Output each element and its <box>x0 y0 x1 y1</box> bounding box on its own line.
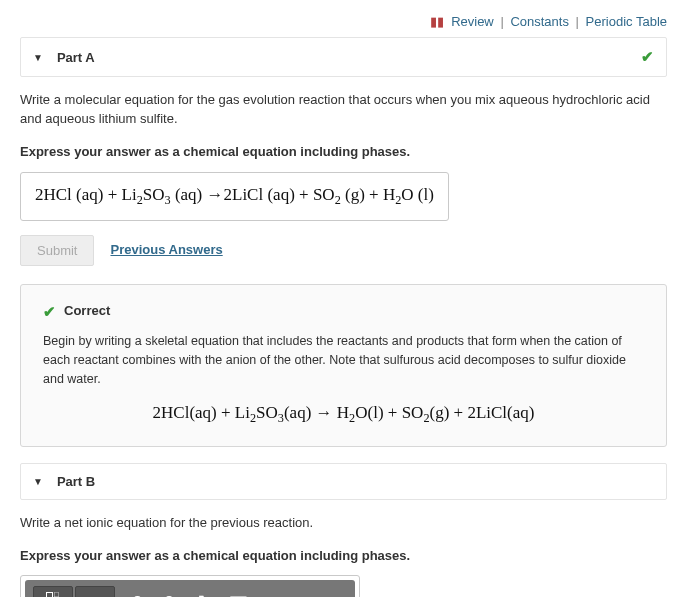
part-a-question: Write a molecular equation for the gas e… <box>20 91 667 129</box>
undo-button[interactable]: ↶ <box>123 586 149 597</box>
help-button[interactable]: ? <box>259 586 285 597</box>
tool-group-format: □ ΑΣφ <box>33 586 115 597</box>
check-icon: ✔ <box>641 48 654 66</box>
part-a: ▼ Part A ✔ Write a molecular equation fo… <box>20 37 667 447</box>
separator: | <box>500 14 503 29</box>
template-button[interactable]: □ <box>33 586 73 597</box>
periodic-table-link[interactable]: Periodic Table <box>586 14 667 29</box>
part-b-instruction: Express your answer as a chemical equati… <box>20 547 667 566</box>
reset-button[interactable]: ↻ <box>191 586 217 597</box>
feedback-header: ✔ Correct <box>43 301 644 323</box>
collapse-icon: ▼ <box>33 52 43 63</box>
separator: | <box>576 14 579 29</box>
equation-editor: □ ΑΣφ ↶ ↷ ↻ ⌨ ? <box>20 575 360 597</box>
feedback-explanation: Begin by writing a skeletal equation tha… <box>43 332 644 388</box>
previous-answers-link[interactable]: Previous Answers <box>110 241 222 260</box>
feedback-status: Correct <box>64 302 110 321</box>
part-a-body: Write a molecular equation for the gas e… <box>20 77 667 447</box>
editor-toolbar: □ ΑΣφ ↶ ↷ ↻ ⌨ ? <box>25 580 355 597</box>
feedback-equation: 2HCl(aq) + Li2SO3(aq) → H2O(l) + SO2(g) … <box>43 401 644 428</box>
check-icon: ✔ <box>43 301 56 323</box>
constants-link[interactable]: Constants <box>510 14 569 29</box>
part-a-title: Part A <box>57 50 95 65</box>
actions-row: Submit Previous Answers <box>20 235 667 266</box>
book-icon: ▮▮ <box>430 14 444 29</box>
top-links: ▮▮ Review | Constants | Periodic Table <box>0 0 687 37</box>
part-b: ▼ Part B Write a net ionic equation for … <box>20 463 667 597</box>
part-a-instruction: Express your answer as a chemical equati… <box>20 143 667 162</box>
keyboard-button[interactable]: ⌨ <box>225 586 251 597</box>
redo-button[interactable]: ↷ <box>157 586 183 597</box>
submit-button: Submit <box>20 235 94 266</box>
part-b-body: Write a net ionic equation for the previ… <box>20 500 667 597</box>
greek-button[interactable]: ΑΣφ <box>75 586 115 597</box>
template-icon: □ <box>46 591 60 597</box>
part-b-title: Part B <box>57 474 95 489</box>
part-a-header[interactable]: ▼ Part A ✔ <box>20 37 667 77</box>
part-b-header[interactable]: ▼ Part B <box>20 463 667 500</box>
feedback-box: ✔ Correct Begin by writing a skeletal eq… <box>20 284 667 447</box>
part-b-question: Write a net ionic equation for the previ… <box>20 514 667 533</box>
review-link[interactable]: Review <box>451 14 494 29</box>
answer-equation-box: 2HCl (aq) + Li2SO3 (aq) →2LiCl (aq) + SO… <box>20 172 449 221</box>
collapse-icon: ▼ <box>33 476 43 487</box>
